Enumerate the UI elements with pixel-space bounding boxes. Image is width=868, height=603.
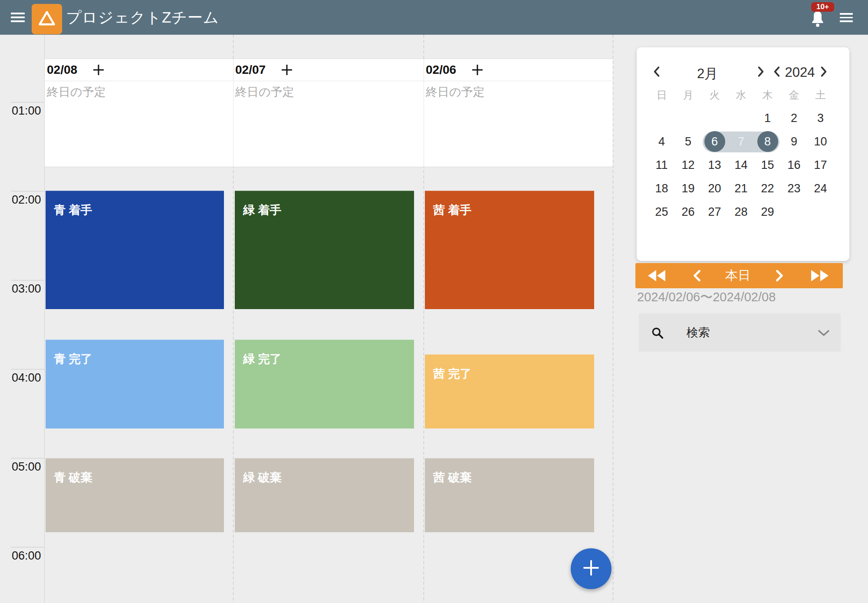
calendar-day[interactable]: 9 <box>781 130 807 153</box>
calendar-day[interactable]: 10 <box>807 130 834 153</box>
calendar-day[interactable]: 18 <box>648 177 675 200</box>
calendar-day <box>701 106 728 130</box>
hour-tick <box>11 458 44 458</box>
notifications-bell-icon[interactable] <box>810 10 825 28</box>
mini-calendar: 2月 2024 日月火水木金土 1 2 3 4 5 6 7 8 9 10 11 … <box>637 47 849 261</box>
search-placeholder: 検索 <box>687 313 710 352</box>
prev-year-chevron-left-icon[interactable] <box>769 64 785 79</box>
event-block[interactable]: 緑 完了 <box>235 339 414 428</box>
fast-prev-double-arrow-left-icon[interactable] <box>648 263 667 288</box>
event-title: 青 破棄 <box>46 458 224 485</box>
calendar-day[interactable]: 29 <box>754 200 781 224</box>
calendar-day[interactable]: 22 <box>754 177 781 200</box>
hour-tick <box>11 191 44 191</box>
prev-chevron-left-icon[interactable] <box>693 263 701 288</box>
prev-month-chevron-left-icon[interactable] <box>649 64 664 79</box>
day-column-date: 02/07 <box>235 63 266 77</box>
app-logo <box>32 4 62 34</box>
hour-label: 03:00 <box>12 282 41 296</box>
calendar-day[interactable]: 19 <box>675 177 701 200</box>
date-range-navigation: 本日 <box>635 263 843 288</box>
today-button[interactable]: 本日 <box>725 263 750 288</box>
event-title: 青 着手 <box>46 191 224 218</box>
menu-hamburger-icon[interactable] <box>11 13 25 24</box>
calendar-day[interactable]: 4 <box>648 130 675 153</box>
allday-divider <box>45 81 613 81</box>
calendar-day <box>728 106 754 130</box>
app-header: プロジェクトZチーム 10+ <box>0 0 868 35</box>
hour-tick <box>11 369 44 369</box>
event-title: 緑 着手 <box>235 191 414 218</box>
calendar-day[interactable]: 26 <box>675 200 701 224</box>
add-event-plus-icon[interactable] <box>471 63 484 76</box>
calendar-day[interactable]: 1 <box>754 106 781 130</box>
page-title: プロジェクトZチーム <box>66 0 219 35</box>
calendar-day[interactable]: 15 <box>754 153 781 177</box>
calendar-day[interactable]: 21 <box>728 177 754 200</box>
hour-label: 04:00 <box>12 371 41 385</box>
calendar-day-in-range[interactable]: 7 <box>728 130 754 153</box>
calendar-day[interactable]: 14 <box>728 153 754 177</box>
search-input[interactable]: 検索 <box>639 313 841 352</box>
calendar-day[interactable]: 24 <box>807 177 834 200</box>
day-column-date: 02/06 <box>426 63 456 77</box>
calendar-day[interactable]: 28 <box>728 200 754 224</box>
fast-next-double-arrow-right-icon[interactable] <box>810 263 829 288</box>
calendar-day-range-start[interactable]: 6 <box>701 130 728 153</box>
calendar-day[interactable]: 20 <box>701 177 728 200</box>
plus-icon <box>582 559 600 578</box>
calendar-day <box>807 200 834 224</box>
allday-row[interactable]: 02/08 02/07 02/06 終日の予定 終日の予定 終日の予定 <box>45 59 613 167</box>
hour-label: 06:00 <box>12 549 41 563</box>
column-separator <box>613 35 613 603</box>
add-fab-button[interactable] <box>571 548 612 589</box>
event-title: 茜 破棄 <box>425 458 594 485</box>
event-block[interactable]: 緑 着手 <box>235 191 414 309</box>
calendar-day[interactable]: 12 <box>675 153 701 177</box>
hour-tick <box>11 102 44 102</box>
add-event-plus-icon[interactable] <box>92 63 105 76</box>
hour-label: 01:00 <box>12 104 41 118</box>
calendar-day <box>781 200 807 224</box>
calendar-day <box>675 106 701 130</box>
triangle-icon <box>38 10 56 28</box>
calendar-day[interactable]: 5 <box>675 130 701 153</box>
hour-tick <box>11 547 44 547</box>
event-block[interactable]: 青 完了 <box>46 339 224 428</box>
next-year-chevron-right-icon[interactable] <box>816 64 832 79</box>
event-block[interactable]: 茜 着手 <box>425 191 594 309</box>
overflow-hamburger-icon[interactable] <box>840 13 853 24</box>
event-block[interactable]: 茜 完了 <box>425 354 594 428</box>
chevron-down-icon[interactable] <box>818 330 829 338</box>
allday-placeholder: 終日の予定 <box>426 84 485 100</box>
next-chevron-right-icon[interactable] <box>776 263 783 288</box>
event-block[interactable]: 青 着手 <box>46 191 224 309</box>
calendar-day[interactable]: 25 <box>648 200 675 224</box>
calendar-day[interactable]: 23 <box>781 177 807 200</box>
hour-tick <box>11 280 44 280</box>
weekday-header-row: 日月火水木金土 <box>648 88 834 102</box>
event-title: 茜 着手 <box>425 191 594 218</box>
calendar-day[interactable]: 17 <box>807 153 834 177</box>
event-block[interactable]: 青 破棄 <box>46 458 224 532</box>
magnifier-icon <box>651 326 664 341</box>
allday-placeholder: 終日の予定 <box>47 84 106 100</box>
event-title: 茜 完了 <box>425 355 594 382</box>
calendar-year-label: 2024 <box>785 65 815 80</box>
event-block[interactable]: 茜 破棄 <box>425 458 594 532</box>
calendar-day[interactable]: 13 <box>701 153 728 177</box>
event-title: 青 完了 <box>46 340 224 367</box>
add-event-plus-icon[interactable] <box>280 63 293 76</box>
calendar-day[interactable]: 27 <box>701 200 728 224</box>
calendar-day <box>648 106 675 130</box>
calendar-day[interactable]: 3 <box>807 106 834 130</box>
selected-range-text: 2024/02/06〜2024/02/08 <box>637 289 776 306</box>
calendar-day-range-end[interactable]: 8 <box>754 130 781 153</box>
next-month-chevron-right-icon[interactable] <box>753 64 769 79</box>
day-column-date: 02/08 <box>47 63 77 77</box>
allday-placeholder: 終日の予定 <box>235 84 294 100</box>
calendar-day[interactable]: 2 <box>781 106 807 130</box>
calendar-day[interactable]: 16 <box>781 153 807 177</box>
event-block[interactable]: 緑 破棄 <box>235 458 414 532</box>
calendar-day[interactable]: 11 <box>648 153 675 177</box>
